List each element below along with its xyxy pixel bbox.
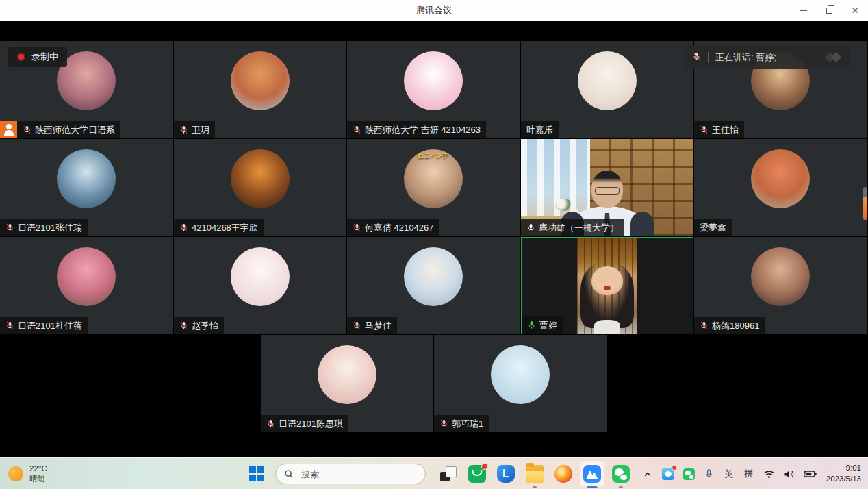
- participant-name: 马梦佳: [365, 320, 392, 332]
- microphone-button[interactable]: [704, 458, 715, 489]
- participant-name: 日语2101陈思琪: [279, 418, 343, 430]
- recording-indicator[interactable]: 录制中: [8, 47, 67, 67]
- participant-name: 卫玥: [192, 124, 209, 136]
- taskbar-clock[interactable]: 9:01 2023/5/13: [826, 463, 861, 484]
- battery-charging-icon: [804, 470, 817, 478]
- tencent-meeting-icon: [583, 465, 601, 483]
- mic-muted-icon: [5, 223, 14, 232]
- participant-name: 叶嘉乐: [526, 124, 553, 136]
- layout-switch-icon[interactable]: [825, 51, 843, 64]
- taskbar-search[interactable]: [275, 464, 426, 484]
- participant-tile[interactable]: 日语2101杜佳蓓: [0, 237, 173, 334]
- wechat-icon: [612, 465, 630, 483]
- participant-name: 梁夢鑫: [700, 222, 726, 234]
- participant-tile[interactable]: 卫玥: [174, 41, 346, 138]
- minimize-button[interactable]: [790, 0, 816, 21]
- window-titlebar: 腾讯会议 ✕: [0, 0, 868, 21]
- mic-muted-icon: [692, 52, 701, 61]
- participant-tile[interactable]: 赵季怡: [174, 237, 346, 334]
- avatar-caption: ねこパンチ: [403, 151, 464, 160]
- blue-l-app-icon: L: [497, 465, 515, 483]
- participant-name: 赵季怡: [192, 320, 218, 332]
- notification-badge: [481, 463, 488, 470]
- task-view-button[interactable]: [434, 458, 463, 489]
- wechat-tray-button[interactable]: [683, 458, 695, 489]
- firefox-icon: [554, 465, 572, 483]
- participant-name: 日语2101张佳瑞: [18, 222, 82, 234]
- participant-avatar: [491, 345, 550, 404]
- microsoft-store-button[interactable]: [463, 458, 492, 489]
- participant-tile[interactable]: 庵功雄（一橋大学）: [521, 139, 693, 236]
- close-button[interactable]: ✕: [842, 0, 868, 21]
- file-explorer-icon: [526, 465, 544, 483]
- ime-pinyin-button[interactable]: 拼: [743, 458, 754, 489]
- participant-avatar: [231, 51, 290, 110]
- firefox-button[interactable]: [549, 458, 578, 489]
- participant-name-tag: 赵季怡: [174, 317, 224, 334]
- record-dot-icon: [17, 53, 25, 61]
- participant-name-tag: 日语2101陈思琪: [261, 415, 348, 432]
- qq-messenger-button[interactable]: [662, 458, 674, 489]
- self-muted-mic-icon[interactable]: [692, 52, 701, 63]
- participant-tile[interactable]: 杨鸽180961: [694, 237, 867, 334]
- wechat-button[interactable]: [607, 458, 635, 489]
- participant-name-tag: 日语2101杜佳蓓: [0, 317, 88, 334]
- wifi-button[interactable]: [763, 458, 775, 489]
- participant-name: 42104268王宇欣: [192, 222, 258, 234]
- mic-muted-icon: [439, 419, 448, 428]
- participant-name-tag: 杨鸽180961: [694, 317, 765, 334]
- participant-name-tag: 陕西师范大学 吉妍 42104263: [347, 121, 486, 138]
- speaking-text: 正在讲话: 曹婷;: [715, 51, 776, 64]
- tray-chevron-button[interactable]: [642, 458, 653, 489]
- participant-name-tag: 郭巧瑞1: [434, 415, 489, 432]
- participant-tile[interactable]: 梁夢鑫: [694, 139, 867, 236]
- participant-name-tag: 卫玥: [174, 121, 215, 138]
- mic-muted-icon: [700, 321, 709, 330]
- file-explorer-button[interactable]: [520, 458, 549, 489]
- weather-condition: 晴朗: [29, 474, 47, 484]
- mic-muted-icon: [23, 125, 31, 134]
- recording-label: 录制中: [31, 51, 58, 63]
- participant-name-tag: 42104268王宇欣: [174, 219, 264, 236]
- task-view-icon: [439, 465, 457, 483]
- participant-avatar: [231, 149, 290, 208]
- participant-avatar: [57, 247, 116, 306]
- member-badge-icon: [0, 121, 17, 138]
- participant-name-tag: 曹婷: [522, 316, 563, 334]
- search-icon: [284, 469, 294, 479]
- participant-name: 何嘉倩 42104267: [365, 222, 433, 234]
- participant-tile[interactable]: 日语2101张佳瑞: [0, 139, 173, 236]
- participant-tile[interactable]: 日语2101陈思琪: [261, 335, 433, 432]
- minimize-icon: [800, 10, 807, 11]
- volume-button[interactable]: [784, 458, 795, 489]
- mic-muted-icon: [353, 125, 361, 134]
- mic-muted-icon: [353, 223, 361, 232]
- participant-tile[interactable]: 42104268王宇欣: [174, 139, 346, 236]
- blue-l-app-button[interactable]: L: [492, 458, 520, 489]
- start-button[interactable]: [244, 458, 270, 489]
- tencent-meeting-button[interactable]: [578, 458, 607, 489]
- restore-button[interactable]: [816, 0, 842, 21]
- participant-name: 庵功雄（一橋大学）: [539, 222, 619, 234]
- participant-tile[interactable]: 马梦佳: [347, 237, 520, 334]
- divider: [708, 52, 709, 63]
- participant-tile[interactable]: ねこパンチ何嘉倩 42104267: [347, 139, 520, 236]
- participant-tile[interactable]: 叶嘉乐: [521, 41, 693, 138]
- battery-button[interactable]: [804, 458, 817, 489]
- scrollbar-thumb[interactable]: [863, 187, 867, 220]
- participant-name-tag: 庵功雄（一橋大学）: [521, 219, 624, 236]
- participant-tile[interactable]: 陕西师范大学 吉妍 42104263: [347, 41, 520, 138]
- participant-tile[interactable]: 郭巧瑞1: [434, 335, 607, 432]
- wechat-tray-icon: [683, 468, 695, 480]
- microphone-icon: [704, 468, 713, 479]
- search-input[interactable]: [300, 468, 403, 480]
- restore-icon: [826, 8, 832, 14]
- participant-tile[interactable]: 曹婷: [521, 237, 693, 334]
- participant-name: 郭巧瑞1: [452, 418, 483, 430]
- system-tray: 英拼 9:01 2023/5/13: [642, 458, 861, 489]
- tencent-meeting-window: 腾讯会议 ✕ 录制中 正在讲话: 曹婷; 陕西师范大学日语系卫玥陕西师范大学 吉…: [0, 0, 868, 489]
- participant-name: 陕西师范大学 吉妍 42104263: [365, 124, 481, 136]
- weather-widget[interactable]: 22°C 晴朗: [8, 458, 47, 489]
- participant-avatar: [578, 51, 637, 110]
- ime-en-button[interactable]: 英: [724, 458, 735, 489]
